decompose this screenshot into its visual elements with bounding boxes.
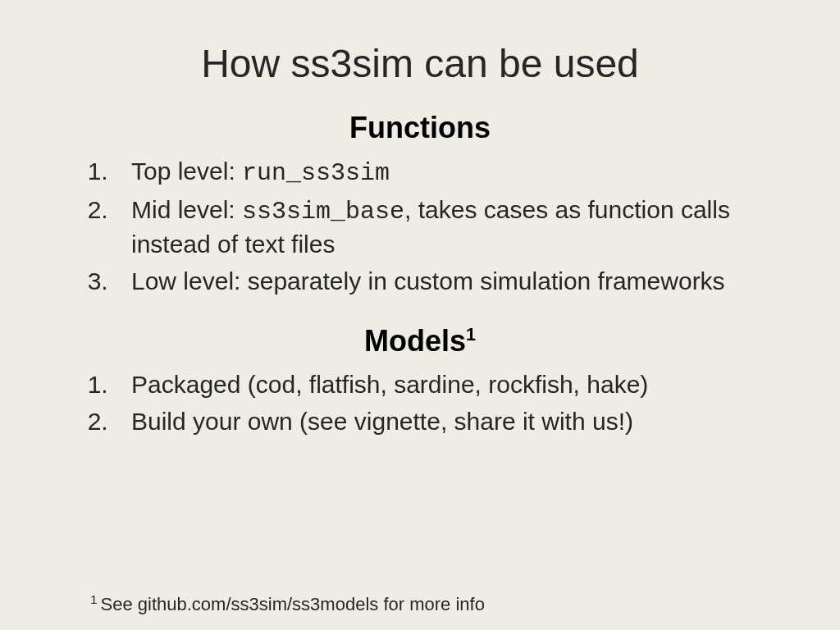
heading-superscript: 1	[466, 324, 476, 345]
functions-heading: Functions	[66, 111, 774, 145]
item-code: run_ss3sim	[242, 159, 390, 187]
list-item: Mid level: ss3sim_base, takes cases as f…	[115, 194, 774, 262]
functions-list: Top level: run_ss3sim Mid level: ss3sim_…	[66, 155, 774, 299]
models-heading: Models1	[66, 324, 774, 358]
item-code: ss3sim_base	[242, 198, 404, 226]
list-item: Top level: run_ss3sim	[115, 155, 774, 190]
list-item: Low level: separately in custom simulati…	[115, 265, 774, 300]
item-prefix: Top level:	[131, 158, 242, 185]
slide: How ss3sim can be used Functions Top lev…	[0, 0, 840, 438]
footnote-text: See github.com/ss3sim/ss3models for more…	[101, 594, 485, 614]
item-prefix: Mid level:	[131, 196, 242, 223]
models-list: Packaged (cod, flatfish, sardine, rockfi…	[66, 368, 774, 438]
list-item: Build your own (see vignette, share it w…	[115, 405, 774, 439]
footnote-superscript: 1	[90, 592, 98, 606]
list-item: Packaged (cod, flatfish, sardine, rockfi…	[115, 368, 774, 402]
item-prefix: Low level: separately in custom simulati…	[131, 267, 725, 294]
slide-title: How ss3sim can be used	[66, 41, 774, 86]
footnote: 1See github.com/ss3sim/ss3models for mor…	[90, 592, 485, 615]
heading-text: Models	[364, 324, 466, 358]
